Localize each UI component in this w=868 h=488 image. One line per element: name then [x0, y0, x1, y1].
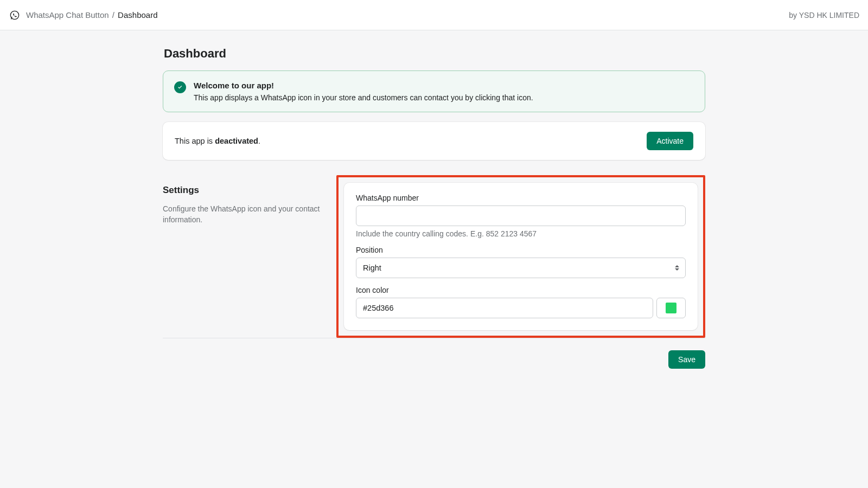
banner-title: Welcome to our app! — [194, 81, 533, 90]
breadcrumb-separator: / — [111, 10, 116, 20]
status-prefix: This app is — [175, 137, 215, 145]
vendor-label: by YSD HK LIMITED — [789, 11, 859, 20]
color-swatch-icon — [666, 303, 676, 313]
welcome-banner: Welcome to our app! This app displays a … — [163, 70, 705, 112]
save-button[interactable]: Save — [668, 350, 705, 369]
status-suffix: . — [258, 137, 260, 145]
breadcrumb-current: Dashboard — [118, 10, 157, 20]
settings-section: Settings Configure the WhatsApp icon and… — [163, 175, 705, 338]
page-title: Dashboard — [164, 47, 705, 61]
breadcrumb: WhatsApp Chat Button / Dashboard — [26, 10, 158, 20]
position-select-wrap: Right — [356, 258, 686, 278]
banner-content: Welcome to our app! This app displays a … — [194, 81, 533, 102]
settings-highlight: WhatsApp number Include the country call… — [336, 175, 705, 338]
whatsapp-number-label: WhatsApp number — [356, 194, 686, 202]
settings-card: WhatsApp number Include the country call… — [344, 183, 698, 330]
icon-color-row — [356, 298, 686, 318]
whatsapp-number-help: Include the country calling codes. E.g. … — [356, 229, 686, 238]
icon-color-label: Icon color — [356, 286, 686, 294]
field-whatsapp-number: WhatsApp number Include the country call… — [356, 194, 686, 238]
whatsapp-number-input[interactable] — [356, 206, 686, 226]
vendor-prefix: by — [789, 11, 799, 20]
field-icon-color: Icon color — [356, 286, 686, 318]
whatsapp-icon — [9, 9, 21, 21]
footer-actions: Save — [163, 350, 705, 369]
settings-description: Configure the WhatsApp icon and your con… — [163, 203, 326, 226]
section-divider — [163, 338, 705, 338]
settings-heading: Settings — [163, 185, 326, 196]
banner-text: This app displays a WhatsApp icon in you… — [194, 93, 533, 102]
page-content: Dashboard Welcome to our app! This app d… — [163, 30, 705, 369]
icon-color-input[interactable] — [356, 298, 653, 318]
field-position: Position Right — [356, 246, 686, 278]
activate-button[interactable]: Activate — [647, 132, 693, 150]
position-label: Position — [356, 246, 686, 254]
position-select[interactable]: Right — [356, 258, 686, 278]
status-card: This app is deactivated. Activate — [163, 122, 705, 160]
breadcrumb-app[interactable]: WhatsApp Chat Button — [26, 10, 109, 20]
status-text: This app is deactivated. — [175, 137, 260, 145]
settings-aside: Settings Configure the WhatsApp icon and… — [163, 175, 326, 338]
status-state: deactivated — [215, 137, 258, 145]
topbar-left: WhatsApp Chat Button / Dashboard — [9, 9, 158, 21]
icon-color-swatch-button[interactable] — [656, 298, 686, 318]
vendor-name: YSD HK LIMITED — [799, 11, 859, 20]
check-circle-icon — [174, 81, 186, 93]
top-bar: WhatsApp Chat Button / Dashboard by YSD … — [0, 0, 868, 30]
